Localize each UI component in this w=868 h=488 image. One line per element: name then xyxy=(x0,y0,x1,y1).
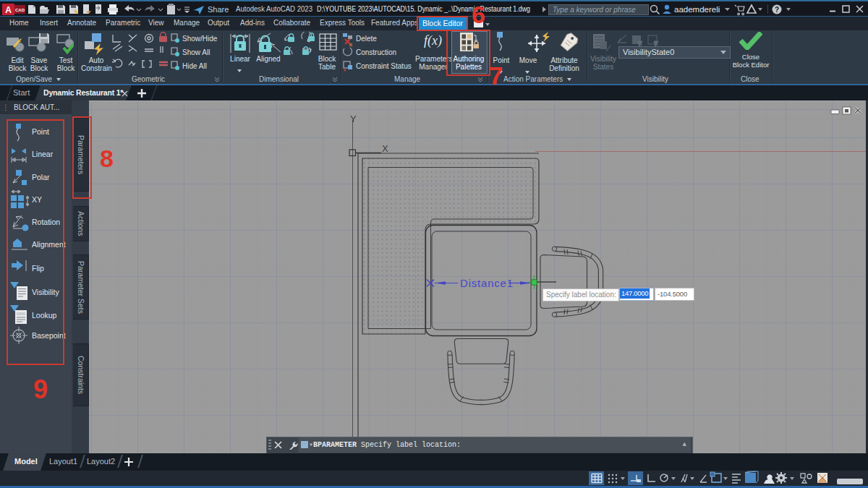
svg-text:A: A xyxy=(5,5,12,15)
svg-text:?: ? xyxy=(775,6,779,14)
svg-text:Y: Y xyxy=(350,114,357,124)
svg-text:D:\YOUTUBE 2023\AUTOCAD\15. Dy: D:\YOUTUBE 2023\AUTOCAD\15. Dynamic _..\… xyxy=(317,4,530,13)
svg-text:CAD: CAD xyxy=(15,8,25,12)
svg-text:X: X xyxy=(382,143,388,154)
svg-text:Autodesk AutoCAD 2023: Autodesk AutoCAD 2023 xyxy=(236,4,312,13)
svg-text:Distance1: Distance1 xyxy=(460,277,514,289)
svg-text:aademdereli: aademdereli xyxy=(674,5,720,14)
svg-text:Share: Share xyxy=(208,5,229,14)
